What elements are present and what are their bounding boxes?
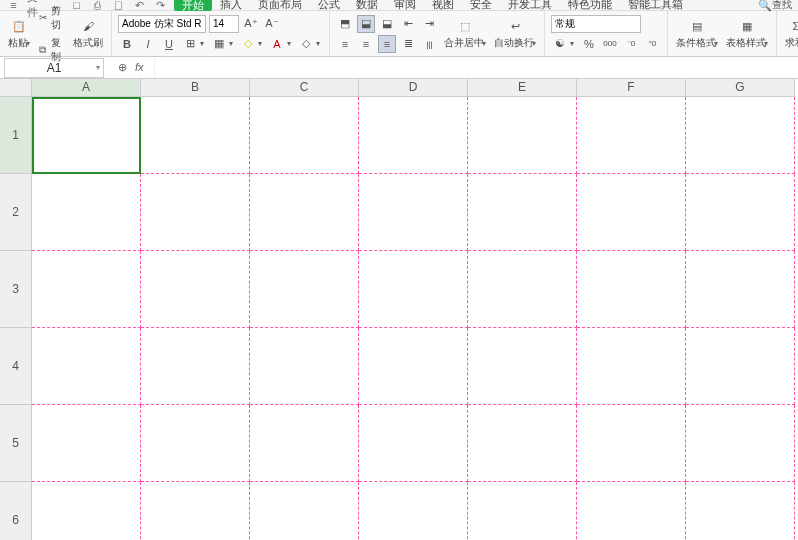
cell[interactable]	[359, 328, 468, 405]
tab-8[interactable]: 开发工具	[500, 0, 560, 11]
name-box[interactable]: A1 ▾	[4, 58, 104, 78]
spreadsheet-grid[interactable]: ABCDEFG 123456	[0, 79, 798, 539]
tab-1[interactable]: 插入	[212, 0, 250, 11]
bold-button[interactable]: B	[118, 35, 136, 53]
font-size-select[interactable]	[209, 15, 239, 33]
cell[interactable]	[141, 328, 250, 405]
cell[interactable]	[686, 405, 795, 482]
select-all-corner[interactable]	[0, 79, 32, 97]
table-style-button[interactable]: ▦ 表格样式▾	[724, 15, 770, 52]
font-name-select[interactable]	[118, 15, 206, 33]
tab-7[interactable]: 安全	[462, 0, 500, 11]
row-header[interactable]: 5	[0, 405, 32, 482]
cell[interactable]	[141, 405, 250, 482]
indent-increase-icon[interactable]: ⇥	[420, 15, 438, 33]
cell[interactable]	[32, 251, 141, 328]
tab-10[interactable]: 智能工具箱	[620, 0, 691, 11]
cell[interactable]	[577, 97, 686, 174]
col-header[interactable]: D	[359, 79, 468, 97]
col-header[interactable]: A	[32, 79, 141, 97]
tab-0[interactable]: 开始	[174, 0, 212, 11]
fill-color-button[interactable]: ◇	[239, 35, 257, 53]
cell[interactable]	[468, 97, 577, 174]
tab-6[interactable]: 视图	[424, 0, 462, 11]
cell[interactable]	[468, 251, 577, 328]
col-header[interactable]: G	[686, 79, 795, 97]
align-bottom-icon[interactable]: ⬓	[378, 15, 396, 33]
decrease-decimal-icon[interactable]: ⁻0	[622, 35, 640, 53]
cell[interactable]	[250, 97, 359, 174]
undo-icon[interactable]: ↶	[132, 0, 147, 11]
col-header[interactable]: E	[468, 79, 577, 97]
cell[interactable]	[468, 174, 577, 251]
cell[interactable]	[32, 97, 141, 174]
search-icon[interactable]: 🔍	[758, 0, 772, 12]
cell[interactable]	[686, 174, 795, 251]
cell[interactable]	[141, 251, 250, 328]
currency-icon[interactable]: ☯	[551, 35, 569, 53]
tab-2[interactable]: 页面布局	[250, 0, 310, 11]
preview-icon[interactable]: ⎕	[111, 0, 126, 11]
cell[interactable]	[686, 482, 795, 540]
cell[interactable]	[468, 328, 577, 405]
cell[interactable]	[686, 251, 795, 328]
distribute-icon[interactable]: ⫼	[420, 35, 438, 53]
cell[interactable]	[359, 251, 468, 328]
align-top-icon[interactable]: ⬒	[336, 15, 354, 33]
col-header[interactable]: F	[577, 79, 686, 97]
formula-input[interactable]	[154, 58, 798, 78]
decrease-font-icon[interactable]: A⁻	[263, 15, 281, 33]
cell[interactable]	[359, 97, 468, 174]
align-middle-icon[interactable]: ⬓	[357, 15, 375, 33]
save-icon[interactable]: □	[69, 0, 84, 11]
align-center-icon[interactable]: ≡	[357, 35, 375, 53]
redo-icon[interactable]: ↷	[153, 0, 168, 11]
cell[interactable]	[32, 405, 141, 482]
cell[interactable]	[250, 251, 359, 328]
increase-font-icon[interactable]: A⁺	[242, 15, 260, 33]
cell[interactable]	[141, 174, 250, 251]
number-format-select[interactable]	[551, 15, 641, 33]
clear-format-button[interactable]: ◇	[297, 35, 315, 53]
percent-icon[interactable]: %	[580, 35, 598, 53]
chevron-down-icon[interactable]: ▾	[96, 63, 100, 72]
cell-style-button[interactable]: ▦	[210, 35, 228, 53]
menu-icon[interactable]: ≡	[6, 0, 21, 11]
tab-9[interactable]: 特色功能	[560, 0, 620, 11]
italic-button[interactable]: I	[139, 35, 157, 53]
tab-3[interactable]: 公式	[310, 0, 348, 11]
align-left-icon[interactable]: ≡	[336, 35, 354, 53]
cut-button[interactable]: ✂剪切	[36, 3, 67, 33]
cell[interactable]	[250, 174, 359, 251]
col-header[interactable]: C	[250, 79, 359, 97]
tab-5[interactable]: 审阅	[386, 0, 424, 11]
cell[interactable]	[577, 405, 686, 482]
underline-button[interactable]: U	[160, 35, 178, 53]
cell[interactable]	[141, 97, 250, 174]
cell[interactable]	[577, 328, 686, 405]
cell[interactable]	[32, 482, 141, 540]
paste-button[interactable]: 📋 粘贴▾	[6, 15, 32, 52]
comma-icon[interactable]: 000	[601, 35, 619, 53]
row-header[interactable]: 3	[0, 251, 32, 328]
cond-format-button[interactable]: ▤ 条件格式▾	[674, 15, 720, 52]
font-color-button[interactable]: A	[268, 35, 286, 53]
cell[interactable]	[32, 328, 141, 405]
row-header[interactable]: 6	[0, 482, 32, 540]
cell[interactable]	[468, 482, 577, 540]
cell[interactable]	[686, 328, 795, 405]
cell[interactable]	[577, 482, 686, 540]
row-header[interactable]: 4	[0, 328, 32, 405]
cell[interactable]	[359, 405, 468, 482]
cell[interactable]	[468, 405, 577, 482]
cell[interactable]	[141, 482, 250, 540]
cell[interactable]	[32, 174, 141, 251]
tab-4[interactable]: 数据	[348, 0, 386, 11]
zoom-icon[interactable]: ⊕	[118, 61, 127, 74]
col-header[interactable]: B	[141, 79, 250, 97]
cell[interactable]	[250, 482, 359, 540]
border-button[interactable]: ⊞	[181, 35, 199, 53]
cell[interactable]	[359, 174, 468, 251]
cell[interactable]	[250, 328, 359, 405]
indent-decrease-icon[interactable]: ⇤	[399, 15, 417, 33]
